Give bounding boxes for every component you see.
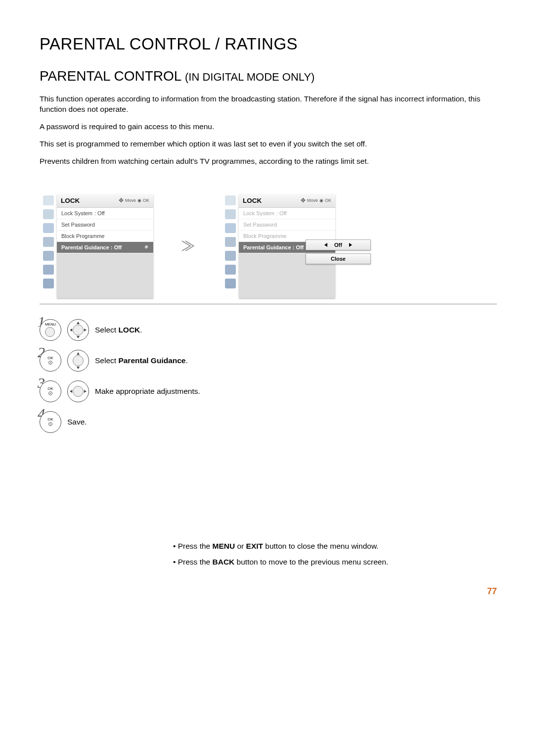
page-number: 77 <box>40 586 497 597</box>
step-text-pre: Select <box>95 326 118 334</box>
popup-panel: Off Close <box>306 239 371 264</box>
menu-item-block-programme[interactable]: Block Programme <box>57 231 153 242</box>
osd-hints: ✥ Move ◉ OK <box>119 198 149 203</box>
category-icon <box>225 265 236 275</box>
selection-dot-icon <box>145 245 149 249</box>
osd-menu-header: LOCK ✥ Move ◉ OK <box>239 194 335 208</box>
popup-close-label: Close <box>331 256 346 262</box>
category-icon <box>225 251 236 261</box>
hint-ok: OK <box>325 198 331 203</box>
intro-paragraph-3: This set is programmed to remember which… <box>40 139 497 149</box>
menu-item-value: : Off <box>94 210 105 216</box>
osd-category-icons <box>222 194 239 298</box>
intro-paragraph-1: This function operates according to info… <box>40 94 497 115</box>
menu-filler <box>57 253 153 298</box>
button-label: OK <box>47 356 53 360</box>
button-label: MENU <box>45 323 56 327</box>
remote-navpad <box>67 319 89 341</box>
step-3: 3 OK Make appropriate adjustments. <box>40 380 497 402</box>
menu-item-label: Parental Guidance <box>243 244 291 250</box>
intro-paragraph-2: A password is required to gain access to… <box>40 122 497 132</box>
instruction-steps: 1 MENU Select LOCK. 2 OK Select P <box>40 319 497 433</box>
osd-menu-title: LOCK <box>243 197 262 204</box>
arrow-left-icon[interactable] <box>324 243 327 247</box>
menu-item-label: Parental Guidance <box>61 244 109 250</box>
step-text-bold: Parental Guidance <box>118 356 185 365</box>
menu-item-set-password[interactable]: Set Password <box>57 219 153 231</box>
step-text: Select LOCK. <box>95 326 142 334</box>
menu-item-value: : Off <box>111 244 122 250</box>
note-back: • Press the BACK button to move to the p… <box>173 558 497 567</box>
menu-item-set-password: Set Password <box>239 219 335 231</box>
category-icon <box>225 223 236 233</box>
screenshots-row: LOCK ✥ Move ◉ OK Lock System : Off Set P… <box>40 194 497 304</box>
move-icon: ✥ <box>119 199 124 202</box>
hint-ok: OK <box>143 198 149 203</box>
button-label: OK <box>47 417 53 422</box>
transition-arrow <box>180 239 194 252</box>
menu-item-label: Lock System <box>243 210 274 216</box>
arrow-right-icon[interactable] <box>349 243 352 247</box>
note-menu-exit: • Press the MENU or EXIT button to close… <box>173 542 497 551</box>
category-icon <box>225 195 236 205</box>
remote-ok-button: OK <box>40 411 61 433</box>
step-text-post: . <box>186 356 188 365</box>
menu-item-lock-system[interactable]: Lock System : Off <box>57 208 153 219</box>
osd-category-icons <box>40 194 57 298</box>
footer-notes: • Press the MENU or EXIT button to close… <box>40 542 497 567</box>
category-icon <box>43 265 54 275</box>
menu-item-value: : Off <box>276 210 287 216</box>
category-icon <box>43 209 54 219</box>
hint-move: Move <box>307 198 318 203</box>
step-text: Make appropriate adjustments. <box>95 387 200 396</box>
remote-ok-button: OK <box>40 350 61 372</box>
ok-dot-icon: ◉ <box>137 198 141 203</box>
button-label: OK <box>47 386 53 391</box>
step-text-post: . <box>140 326 142 334</box>
step-2: 2 OK Select Parental Guidance. <box>40 350 497 372</box>
section-title-main: PARENTAL CONTROL <box>40 68 185 84</box>
osd-menu-header: LOCK ✥ Move ◉ OK <box>57 194 153 208</box>
remote-navpad <box>67 350 89 372</box>
osd-hints: ✥ Move ◉ OK <box>301 198 331 203</box>
osd-menu-panel: LOCK ✥ Move ◉ OK Lock System : Off Set P… <box>57 194 153 298</box>
category-icon <box>225 237 236 247</box>
move-icon: ✥ <box>301 199 306 202</box>
step-text: Save. <box>67 418 87 426</box>
category-icon <box>43 223 54 233</box>
section-title-sub: (IN DIGITAL MODE ONLY) <box>185 71 314 83</box>
category-icon <box>43 251 54 261</box>
category-icon <box>225 209 236 219</box>
menu-item-lock-system: Lock System : Off <box>239 208 335 219</box>
step-1: 1 MENU Select LOCK. <box>40 319 497 341</box>
step-text-pre: Select <box>95 356 118 365</box>
page-title: PARENTAL CONTROL / RATINGS <box>40 35 497 53</box>
osd-menu-title: LOCK <box>61 197 80 204</box>
hint-move: Move <box>125 198 136 203</box>
section-title: PARENTAL CONTROL (IN DIGITAL MODE ONLY) <box>40 68 497 84</box>
osd-screenshot-left: LOCK ✥ Move ◉ OK Lock System : Off Set P… <box>40 194 153 298</box>
remote-menu-button: MENU <box>40 319 61 341</box>
category-icon <box>43 195 54 205</box>
step-text: Select Parental Guidance. <box>95 356 188 365</box>
category-icon <box>43 237 54 247</box>
step-4: 4 OK Save. <box>40 411 497 433</box>
popup-value: Off <box>334 242 342 248</box>
popup-close-button[interactable]: Close <box>306 253 371 264</box>
menu-item-parental-guidance-selected[interactable]: Parental Guidance : Off <box>57 242 153 253</box>
lock-icon <box>225 279 236 288</box>
menu-item-value: : Off <box>293 244 304 250</box>
step-text-bold: LOCK <box>118 326 140 334</box>
menu-item-label: Lock System <box>61 210 92 216</box>
remote-navpad <box>67 380 89 402</box>
osd-screenshot-right: LOCK ✥ Move ◉ OK Lock System : Off Set P… <box>222 194 335 298</box>
popup-value-selector[interactable]: Off <box>306 239 371 250</box>
lock-icon <box>43 279 54 288</box>
intro-paragraph-4: Prevents children from watching certain … <box>40 156 497 167</box>
ok-dot-icon: ◉ <box>319 198 323 203</box>
remote-ok-button: OK <box>40 380 61 402</box>
